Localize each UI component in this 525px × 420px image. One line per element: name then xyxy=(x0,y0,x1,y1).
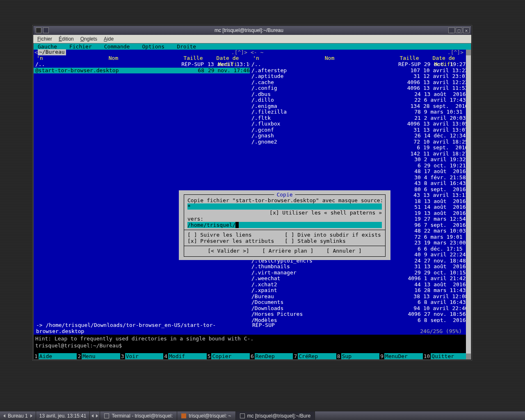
file-row[interactable]: /.virt-manager2929 oct. 10:15 xyxy=(250,270,466,276)
window-title: mc [trisquel@trisquel]:~/Bureau xyxy=(51,27,447,33)
file-row[interactable]: /..RÉP-SUP13 avril 13:10 xyxy=(34,62,250,68)
mc-menu-file[interactable]: Fichier xyxy=(65,43,100,50)
right-status: RÉP-SUP xyxy=(250,322,466,329)
window-menu-icon[interactable] xyxy=(36,27,41,33)
dive-subdir-checkbox[interactable]: [ ] Dive into subdir if exists xyxy=(285,232,382,238)
copy-dialog: Copie Copie fichier "start-tor-browser.d… xyxy=(179,190,390,260)
fkey-3[interactable]: 3Voir xyxy=(120,353,163,359)
file-row[interactable]: @start-tor-browser.desktop6829 nov. 17:4… xyxy=(34,68,250,74)
terminal-icon xyxy=(104,413,109,418)
fkey-5[interactable]: 5Copier xyxy=(207,353,250,359)
terminal-area: Gauche Fichier Commande Options Droite <… xyxy=(33,43,471,360)
chevron-left-icon[interactable] xyxy=(3,414,5,418)
background-button[interactable]: [ Arrière plan ] xyxy=(262,248,313,254)
file-row[interactable]: /Bureau3813 avril 12:08 xyxy=(250,294,466,300)
terminal-scrollbar[interactable] xyxy=(466,50,471,359)
fkey-4[interactable]: 4Modif xyxy=(163,353,206,359)
file-row[interactable]: /.thumbnails3113 août 2016 xyxy=(250,264,466,270)
file-row[interactable]: 304 févr. 21:58 xyxy=(250,175,466,181)
menu-edit[interactable]: Édition xyxy=(59,36,74,42)
file-row[interactable]: /.xchat24413 août 2016 xyxy=(250,282,466,288)
file-row[interactable]: 629 oct. 19:21 xyxy=(250,163,466,169)
file-row[interactable]: /.dillo226 avril 17:43 xyxy=(250,97,466,103)
file-row[interactable]: /.afterstep10710 avril 13:22 xyxy=(250,68,466,74)
chevron-right-icon[interactable] xyxy=(96,414,98,418)
source-mask-input[interactable]: * xyxy=(187,203,382,210)
file-row[interactable]: /.dbus2413 août 2016 xyxy=(250,91,466,98)
file-row[interactable]: 4817 août 2016 xyxy=(250,169,466,175)
file-row[interactable]: /Downloads9410 avril 22:40 xyxy=(250,306,466,312)
dialog-title: Copie xyxy=(274,192,295,198)
terminal-window: mc [trisquel@trisquel]:~/Bureau _ □ ✕ Fi… xyxy=(33,25,472,360)
file-row[interactable]: /.fltk212 avril 20:03 xyxy=(250,115,466,121)
fkey-9[interactable]: 9MenuDer xyxy=(379,353,422,359)
validate-button[interactable]: [< Valider >] xyxy=(208,248,249,254)
menu-help[interactable]: Aide xyxy=(104,36,114,42)
stable-symlinks-checkbox[interactable]: [ ] Stable symlinks xyxy=(285,238,382,244)
file-row[interactable]: /.config409613 avril 11:53 xyxy=(250,85,466,91)
task-terminal-2[interactable]: trisquel@trisquel: ~ xyxy=(177,411,235,420)
file-row[interactable]: /.weechat40961 avril 21:42 xyxy=(250,276,466,282)
fkey-10[interactable]: 10Quitter xyxy=(423,353,466,359)
shell-prompt[interactable]: trisquel@trisquel:~/Bureau$ xyxy=(34,342,466,349)
mc-menu-cmd[interactable]: Commande xyxy=(100,43,138,50)
file-row[interactable]: /Horses Pictures409627 nov. 18:56 xyxy=(250,311,466,317)
menu-file[interactable]: Fichier xyxy=(37,36,52,42)
maximize-button[interactable]: □ xyxy=(456,27,462,33)
file-row[interactable]: /.gconf3113 avril 13:07 xyxy=(250,127,466,133)
shell-patterns-checkbox[interactable]: [x] Utiliser les « shell patterns » xyxy=(187,210,382,216)
file-row[interactable]: /.fluxbox409613 avril 13:05 xyxy=(250,121,466,127)
file-row[interactable]: /.enigma13428 sept. 2016 xyxy=(250,103,466,110)
app-icon xyxy=(43,27,49,33)
titlebar[interactable]: mc [trisquel@trisquel]:~/Bureau _ □ ✕ xyxy=(33,26,471,35)
cancel-button[interactable]: [ Annuler ] xyxy=(326,248,362,254)
follow-links-checkbox[interactable]: [ ] Suivre les liens xyxy=(187,232,285,238)
scroll-down-icon[interactable] xyxy=(466,354,471,359)
fkey-6[interactable]: 6RenDep xyxy=(250,353,293,359)
file-row[interactable]: /.aptitude3112 avril 23:01 xyxy=(250,73,466,80)
fkey-1[interactable]: 1Aide xyxy=(34,353,77,359)
terminal-icon xyxy=(240,413,245,418)
function-keys[interactable]: 1Aide2Menu3Voir4Modif5Copier6RenDep7CréR… xyxy=(34,353,466,359)
mc-menubar[interactable]: Gauche Fichier Commande Options Droite xyxy=(34,43,471,50)
file-row[interactable]: /.cache409613 avril 12:23 xyxy=(250,80,466,86)
file-row[interactable]: /Documents68 avril 16:43 xyxy=(250,299,466,306)
scroll-up-icon[interactable] xyxy=(466,50,471,55)
file-row[interactable]: /Modèles68 sept. 2016 xyxy=(250,317,466,323)
fkey-7[interactable]: 7CréRep xyxy=(293,353,336,359)
terminal-footer: Hint: Leap to frequently used directorie… xyxy=(34,335,466,359)
task-terminal-1[interactable]: Terminal - trisquel@trisquel: xyxy=(100,411,177,420)
left-path[interactable]: ~/Bureau xyxy=(38,49,66,55)
fkey-8[interactable]: 8Sup xyxy=(336,353,379,359)
destination-input[interactable]: /home/trisquel/ xyxy=(187,222,382,228)
chevron-left-icon[interactable] xyxy=(91,414,94,418)
right-disk: 24G/25G (95%) xyxy=(250,329,466,335)
file-row[interactable]: /.gnash2614 déc. 12:34 xyxy=(250,133,466,139)
file-row[interactable]: 619 sept. 2016 xyxy=(250,145,466,151)
left-status: -> /home/trisquel/Downloads/tor-browser_… xyxy=(34,322,250,334)
chevron-right-icon[interactable] xyxy=(30,414,32,418)
file-row[interactable]: 14211 avril 18:27 xyxy=(250,151,466,157)
file-row[interactable]: 438 avril 16:43 xyxy=(250,180,466,187)
dialog-prompt: Copie fichier "start-tor-browser.desktop… xyxy=(187,197,382,203)
app-icon xyxy=(181,413,186,418)
minimize-button[interactable]: _ xyxy=(448,27,455,33)
fkey-2[interactable]: 2Menu xyxy=(77,353,120,359)
file-row[interactable]: /.gnome27210 avril 18:25 xyxy=(250,139,466,145)
file-row[interactable]: /..RÉP-SUP29 oct. 19:27 xyxy=(250,62,466,68)
file-row[interactable]: /.xpaint1628 mars 11:43 xyxy=(250,288,466,294)
menu-tabs[interactable]: Onglets xyxy=(80,36,97,42)
workspace-switcher[interactable]: Bureau 1 xyxy=(0,411,36,420)
hint-line: Hint: Leap to frequently used directorie… xyxy=(34,335,466,342)
taskbar[interactable]: Bureau 1 13 avril, jeu. 13:15:41 Termina… xyxy=(0,411,525,420)
mc-menu-opt[interactable]: Options xyxy=(138,43,173,50)
app-menubar[interactable]: Fichier Édition Onglets Aide xyxy=(33,35,471,43)
file-row[interactable]: /.filezilla789 mars 10:31 xyxy=(250,109,466,115)
taskbar-nav[interactable] xyxy=(90,411,100,420)
preserve-attrs-checkbox[interactable]: [x] Préserver les attributs xyxy=(187,238,285,244)
close-button[interactable]: ✕ xyxy=(463,27,470,33)
mc-menu-right[interactable]: Droite xyxy=(173,43,204,50)
taskbar-clock: 13 avril, jeu. 13:15:41 xyxy=(36,411,90,420)
task-mc[interactable]: mc [trisquel@trisquel]:~/Bure xyxy=(236,411,315,420)
file-row[interactable]: 302 avril 19:32 xyxy=(250,157,466,163)
